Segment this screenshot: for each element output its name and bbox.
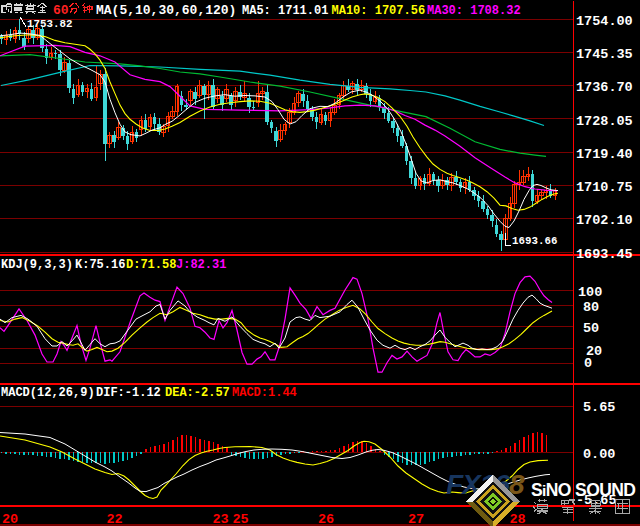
- svg-text:J:82.31: J:82.31: [176, 258, 226, 272]
- svg-text:DEA:-2.57: DEA:-2.57: [165, 386, 230, 400]
- svg-text:27: 27: [408, 512, 424, 526]
- svg-text:MA(5,10,30,60,120): MA(5,10,30,60,120): [96, 3, 236, 18]
- svg-text:KDJ(9,3,3): KDJ(9,3,3): [1, 258, 73, 272]
- svg-text:MA5: 1711.01: MA5: 1711.01: [242, 4, 328, 18]
- svg-text:SiNO SOUND: SiNO SOUND: [531, 480, 635, 500]
- svg-text:25: 25: [233, 512, 249, 526]
- svg-text:26: 26: [318, 512, 334, 526]
- svg-text:0.00: 0.00: [583, 447, 615, 462]
- svg-text:MA10: 1707.56: MA10: 1707.56: [332, 4, 426, 18]
- svg-text:50: 50: [583, 321, 599, 336]
- svg-text:100: 100: [578, 285, 602, 300]
- svg-text:1693.45: 1693.45: [576, 247, 633, 262]
- svg-text:MACD(12,26,9): MACD(12,26,9): [1, 386, 95, 400]
- svg-text:1754.00: 1754.00: [576, 14, 633, 29]
- svg-text:5.65: 5.65: [583, 400, 615, 415]
- svg-text:1753.82: 1753.82: [27, 18, 72, 30]
- svg-text:1719.40: 1719.40: [576, 147, 633, 162]
- svg-text:1728.05: 1728.05: [576, 114, 633, 129]
- svg-text:23: 23: [213, 512, 229, 526]
- svg-text:28: 28: [510, 512, 526, 526]
- svg-text:K:75.16: K:75.16: [75, 258, 125, 272]
- svg-text:MA30: 1708.32: MA30: 1708.32: [427, 4, 521, 18]
- svg-text:D:71.58: D:71.58: [126, 258, 176, 272]
- svg-text:80: 80: [583, 300, 599, 315]
- svg-text:0: 0: [584, 356, 592, 371]
- svg-text:MACD:1.44: MACD:1.44: [232, 386, 297, 400]
- svg-text:1710.75: 1710.75: [576, 180, 633, 195]
- svg-text:22: 22: [107, 512, 123, 526]
- svg-text:60: 60: [53, 3, 69, 18]
- svg-text:1736.70: 1736.70: [576, 80, 633, 95]
- svg-text:DIF:-1.12: DIF:-1.12: [96, 386, 161, 400]
- svg-text:20: 20: [2, 512, 18, 526]
- svg-text:1702.10: 1702.10: [576, 213, 633, 228]
- svg-text:1745.35: 1745.35: [576, 47, 633, 62]
- svg-text:1693.66: 1693.66: [512, 235, 557, 247]
